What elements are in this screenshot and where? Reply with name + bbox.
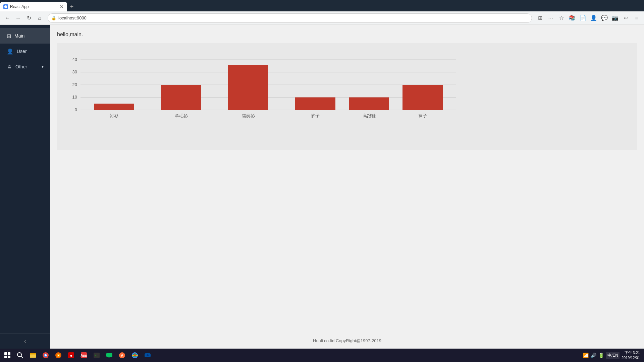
taskbar-date: 2019/12/01 [622, 355, 640, 360]
svg-text:30: 30 [72, 69, 77, 74]
svg-text:衬衫: 衬衫 [110, 113, 118, 118]
undo-icon[interactable]: ↩ [621, 13, 631, 23]
sidebar-other-label: Other [15, 64, 27, 69]
svg-rect-24 [8, 352, 10, 355]
sync-icon[interactable]: 💬 [600, 13, 609, 23]
taskbar-search-icon[interactable] [14, 349, 26, 361]
svg-rect-17 [295, 98, 335, 110]
collapse-icon: ‹ [24, 338, 26, 344]
svg-text:裤子: 裤子 [311, 113, 320, 118]
svg-rect-11 [94, 104, 134, 110]
taskbar-chat-icon[interactable] [103, 349, 115, 361]
battery-icon: 🔋 [598, 353, 604, 358]
other-icon: 🖥 [7, 64, 12, 70]
svg-point-36 [58, 355, 59, 356]
sidebar-item-other[interactable]: 🖥 Other ▾ [0, 59, 50, 74]
reader-icon[interactable]: 📄 [578, 13, 588, 23]
user-icon: 👤 [7, 48, 13, 55]
taskbar-browser1-icon[interactable] [40, 349, 52, 361]
taskbar-time: 下午 3:21 [622, 350, 640, 355]
start-button[interactable] [1, 349, 13, 361]
active-tab[interactable]: React App ✕ [0, 2, 67, 11]
taskbar-sys-icons: 📶 🔊 🔋 [583, 353, 604, 358]
hamburger-icon[interactable]: ≡ [632, 13, 641, 23]
svg-text:高跟鞋: 高跟鞋 [363, 113, 376, 118]
network-icon: 📶 [583, 353, 589, 358]
address-text: localhost:9000 [58, 15, 528, 20]
sidebar-nav: ⊞ Main 👤 User 🖥 Other ▾ [0, 25, 50, 333]
svg-text:App: App [80, 354, 87, 357]
other-arrow-icon: ▾ [42, 64, 44, 69]
svg-text:袜子: 袜子 [418, 113, 427, 118]
svg-point-33 [45, 354, 47, 356]
sidebar-user-label: User [17, 49, 27, 54]
address-bar[interactable]: 🔒 localhost:9000 [48, 13, 532, 23]
svg-point-0 [4, 5, 7, 8]
svg-point-49 [134, 354, 136, 356]
main-icon: ⊞ [7, 33, 11, 39]
nav-bar: ← → ↻ ⌂ 🔒 localhost:9000 ⊞ ⋯ ☆ 📚 📄 👤 💬 📷… [0, 11, 644, 25]
taskbar-files-icon[interactable] [27, 349, 39, 361]
svg-rect-15 [228, 65, 268, 110]
tab-favicon [3, 4, 8, 9]
taskbar-browser2-icon[interactable] [52, 349, 64, 361]
refresh-button[interactable]: ↻ [24, 13, 34, 23]
svg-text:●: ● [70, 353, 72, 358]
forward-button[interactable]: → [13, 13, 23, 23]
language-indicator[interactable]: 中/EN [606, 352, 620, 359]
nav-right-icons: ⊞ ⋯ ☆ 📚 📄 👤 💬 📷 ↩ ≡ [535, 13, 641, 23]
svg-text:羊毛衫: 羊毛衫 [175, 113, 188, 118]
svg-rect-19 [349, 98, 389, 110]
sidebar-main-label: Main [14, 33, 24, 39]
browser-content: ⊞ Main 👤 User 🖥 Other ▾ ‹ hello,m [0, 25, 644, 349]
taskbar-app1-icon[interactable]: ● [65, 349, 77, 361]
page-greeting: hello,main. [57, 32, 637, 38]
svg-rect-30 [30, 354, 36, 358]
tab-bar: React App ✕ + [0, 0, 644, 11]
tab-close-button[interactable]: ✕ [60, 4, 64, 9]
svg-text:A: A [121, 354, 123, 357]
page-content: hello,main. 40 30 20 [50, 25, 644, 349]
sidebar-collapse-button[interactable]: ‹ [0, 333, 50, 349]
svg-text:0: 0 [75, 107, 77, 112]
svg-text:>_: >_ [95, 354, 98, 357]
svg-rect-13 [161, 85, 201, 110]
extensions-icon[interactable]: ⊞ [535, 13, 545, 23]
account-icon[interactable]: 👤 [589, 13, 598, 23]
taskbar-browser3-icon[interactable] [129, 349, 141, 361]
page-footer: Huali co.ltd CopyRight@1997-2019 [50, 333, 644, 349]
taskbar-game-icon[interactable] [142, 349, 154, 361]
svg-point-27 [17, 353, 21, 357]
svg-rect-43 [106, 353, 112, 357]
volume-icon: 🔊 [591, 353, 596, 358]
page-main: hello,main. 40 30 20 [50, 25, 644, 333]
taskbar-datetime: 下午 3:21 2019/12/01 [622, 350, 640, 361]
chart-container: 40 30 20 10 0 [57, 43, 637, 150]
svg-point-51 [147, 354, 149, 356]
back-button[interactable]: ← [3, 13, 12, 23]
taskbar-terminal-icon[interactable]: >_ [91, 349, 103, 361]
svg-rect-25 [4, 356, 7, 358]
taskbar: ● App >_ A [0, 349, 644, 362]
sidebar-item-main[interactable]: ⊞ Main [0, 28, 50, 44]
taskbar-app2-icon[interactable]: App [78, 349, 90, 361]
screenshot-icon[interactable]: 📷 [610, 13, 620, 23]
footer-text: Huali co.ltd CopyRight@1997-2019 [313, 338, 381, 343]
lock-icon: 🔒 [51, 16, 56, 20]
svg-marker-44 [108, 357, 110, 358]
sidebar: ⊞ Main 👤 User 🖥 Other ▾ ‹ [0, 25, 50, 349]
menu-icon[interactable]: ⋯ [546, 13, 555, 23]
svg-rect-21 [402, 85, 443, 110]
svg-rect-26 [8, 356, 10, 358]
bookmark-icon[interactable]: ☆ [557, 13, 566, 23]
svg-text:10: 10 [72, 95, 77, 100]
svg-text:雪纺衫: 雪纺衫 [242, 113, 255, 118]
taskbar-app3-icon[interactable]: A [116, 349, 128, 361]
home-button[interactable]: ⌂ [35, 13, 44, 23]
sidebar-item-user[interactable]: 👤 User [0, 44, 50, 59]
new-tab-button[interactable]: + [67, 2, 76, 11]
tab-title: React App [10, 4, 56, 9]
svg-text:40: 40 [72, 57, 77, 62]
taskbar-right: 📶 🔊 🔋 中/EN 下午 3:21 2019/12/01 [583, 350, 643, 361]
library-icon[interactable]: 📚 [568, 13, 577, 23]
